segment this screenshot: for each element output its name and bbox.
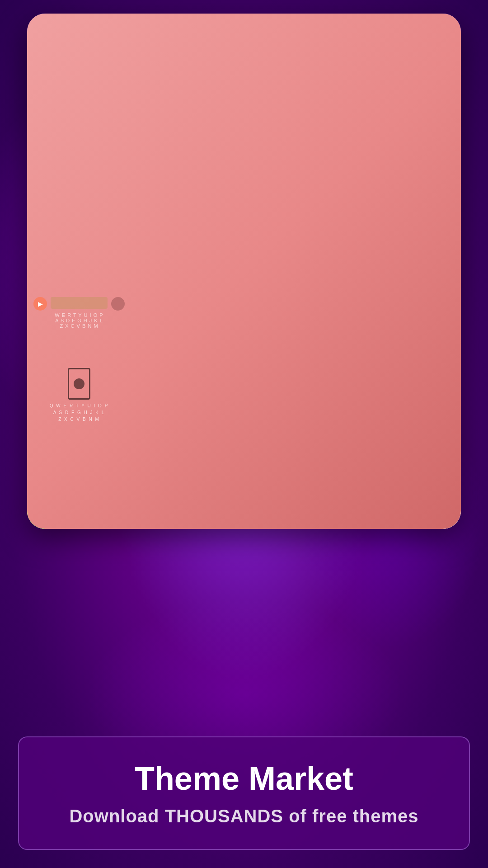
- theme-thumbnail-pretty: Q W E R T Y U I O P A S D F G H J K L Z …: [27, 356, 131, 433]
- promo-subtitle: Download THOUSANDS of free themes: [46, 806, 442, 826]
- theme-list: 1 2 3 4 5 6 7 8 9 0 Q W E R T Y U I O P …: [27, 150, 461, 529]
- phone-container: Theme market FEATURED TRENDING POPULAR R…: [27, 14, 461, 529]
- promo-banner: Theme Market Download THOUSANDS of free …: [18, 736, 470, 850]
- theme-item[interactable]: Q W E R T Y U I O P A S D F G H J K L Z …: [27, 346, 461, 444]
- theme-thumbnail-floral: ▶ W E R T Y U I O P A S D F G H J K L: [27, 258, 131, 335]
- promo-title: Theme Market: [46, 760, 442, 797]
